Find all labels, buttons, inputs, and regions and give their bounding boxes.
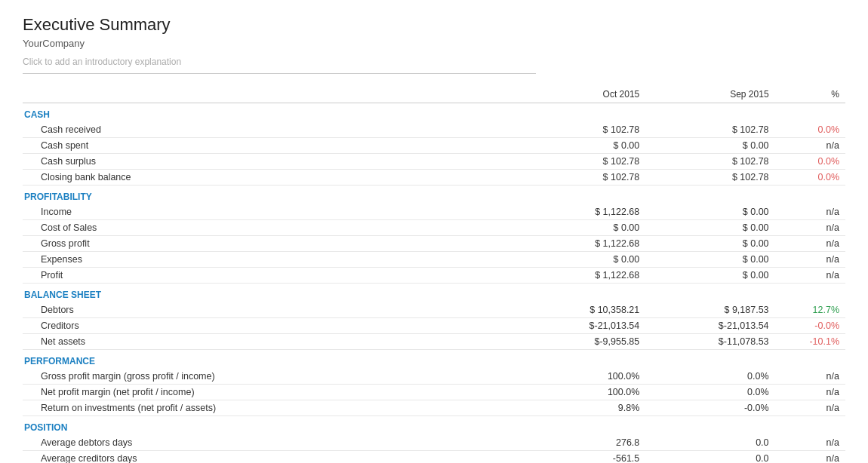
row-col1: $ 102.78 (516, 170, 645, 186)
row-label: Gross profit (23, 236, 516, 252)
row-label: Cash spent (23, 138, 516, 154)
row-label: Cash received (23, 122, 516, 138)
row-col1: $ 10,358.21 (516, 302, 645, 318)
row-label: Profit (23, 268, 516, 284)
row-col1: $ 1,122.68 (516, 268, 645, 284)
section-header-3: PERFORMANCE (23, 350, 845, 369)
row-col1: -561.5 (516, 451, 645, 464)
table-row: Net assets $-9,955.85 $-11,078.53 -10.1% (23, 334, 845, 350)
table-row: Net profit margin (net profit / income) … (23, 385, 845, 400)
table-row: Gross profit margin (gross profit / inco… (23, 369, 845, 385)
row-pct: 0.0% (775, 122, 845, 138)
row-pct: 0.0% (775, 170, 845, 186)
row-label: Average debtors days (23, 435, 516, 451)
row-label: Expenses (23, 252, 516, 268)
row-label: Creditors (23, 318, 516, 334)
row-col2: 0.0% (645, 385, 774, 400)
row-pct: n/a (775, 369, 845, 385)
row-label: Net assets (23, 334, 516, 350)
row-pct: 0.0% (775, 154, 845, 170)
row-col1: $ 102.78 (516, 154, 645, 170)
row-col1: 100.0% (516, 369, 645, 385)
company-name: YourCompany (23, 38, 845, 49)
table-row: Cash spent $ 0.00 $ 0.00 n/a (23, 138, 845, 154)
row-label: Cash surplus (23, 154, 516, 170)
section-header-0: CASH (23, 103, 845, 123)
page-title: Executive Summary (23, 15, 845, 35)
summary-table: Oct 2015 Sep 2015 % CASH Cash received $… (23, 86, 845, 463)
row-pct: n/a (775, 385, 845, 400)
col-header-sep: Sep 2015 (645, 86, 774, 103)
col-header-oct: Oct 2015 (516, 86, 645, 103)
row-pct: n/a (775, 220, 845, 236)
row-col1: $ 0.00 (516, 252, 645, 268)
row-pct: n/a (775, 236, 845, 252)
row-pct: -0.0% (775, 318, 845, 334)
row-label: Return on investments (net profit / asse… (23, 400, 516, 416)
row-col1: 276.8 (516, 435, 645, 451)
intro-placeholder[interactable]: Click to add an introductory explanation (23, 57, 536, 74)
row-col1: $ 102.78 (516, 122, 645, 138)
row-col2: $ 0.00 (645, 268, 774, 284)
row-col1: $-9,955.85 (516, 334, 645, 350)
row-col2: $ 102.78 (645, 122, 774, 138)
row-col2: $ 102.78 (645, 154, 774, 170)
table-row: Creditors $-21,013.54 $-21,013.54 -0.0% (23, 318, 845, 334)
row-label: Net profit margin (net profit / income) (23, 385, 516, 400)
row-pct: n/a (775, 138, 845, 154)
table-row: Return on investments (net profit / asse… (23, 400, 845, 416)
row-col2: 0.0 (645, 451, 774, 464)
row-col2: $-21,013.54 (645, 318, 774, 334)
section-header-1: PROFITABILITY (23, 186, 845, 205)
col-header-pct: % (775, 86, 845, 103)
table-row: Average debtors days 276.8 0.0 n/a (23, 435, 845, 451)
row-col1: $ 1,122.68 (516, 236, 645, 252)
row-col2: $-11,078.53 (645, 334, 774, 350)
table-row: Expenses $ 0.00 $ 0.00 n/a (23, 252, 845, 268)
row-pct: n/a (775, 268, 845, 284)
row-pct: n/a (775, 252, 845, 268)
row-col2: 0.0% (645, 369, 774, 385)
row-col1: $ 0.00 (516, 138, 645, 154)
row-col2: $ 0.00 (645, 204, 774, 220)
table-row: Cost of Sales $ 0.00 $ 0.00 n/a (23, 220, 845, 236)
row-label: Debtors (23, 302, 516, 318)
row-col2: $ 0.00 (645, 138, 774, 154)
table-row: Debtors $ 10,358.21 $ 9,187.53 12.7% (23, 302, 845, 318)
row-col2: -0.0% (645, 400, 774, 416)
table-row: Average creditors days -561.5 0.0 n/a (23, 451, 845, 464)
row-col1: 100.0% (516, 385, 645, 400)
table-row: Cash surplus $ 102.78 $ 102.78 0.0% (23, 154, 845, 170)
table-row: Income $ 1,122.68 $ 0.00 n/a (23, 204, 845, 220)
table-header: Oct 2015 Sep 2015 % (23, 86, 845, 103)
row-pct: -10.1% (775, 334, 845, 350)
table-row: Closing bank balance $ 102.78 $ 102.78 0… (23, 170, 845, 186)
section-header-4: POSITION (23, 416, 845, 436)
row-pct: 12.7% (775, 302, 845, 318)
row-label: Cost of Sales (23, 220, 516, 236)
table-row: Profit $ 1,122.68 $ 0.00 n/a (23, 268, 845, 284)
table-row: Cash received $ 102.78 $ 102.78 0.0% (23, 122, 845, 138)
row-col1: $ 0.00 (516, 220, 645, 236)
row-col2: $ 0.00 (645, 236, 774, 252)
row-label: Income (23, 204, 516, 220)
row-col2: $ 0.00 (645, 252, 774, 268)
row-col1: $ 1,122.68 (516, 204, 645, 220)
row-pct: n/a (775, 204, 845, 220)
row-col2: $ 0.00 (645, 220, 774, 236)
row-label: Gross profit margin (gross profit / inco… (23, 369, 516, 385)
table-row: Gross profit $ 1,122.68 $ 0.00 n/a (23, 236, 845, 252)
row-col2: $ 102.78 (645, 170, 774, 186)
row-pct: n/a (775, 400, 845, 416)
row-col1: $-21,013.54 (516, 318, 645, 334)
section-header-2: BALANCE SHEET (23, 284, 845, 303)
row-col2: $ 9,187.53 (645, 302, 774, 318)
row-label: Average creditors days (23, 451, 516, 464)
row-label: Closing bank balance (23, 170, 516, 186)
row-col1: 9.8% (516, 400, 645, 416)
row-pct: n/a (775, 451, 845, 464)
row-col2: 0.0 (645, 435, 774, 451)
row-pct: n/a (775, 435, 845, 451)
